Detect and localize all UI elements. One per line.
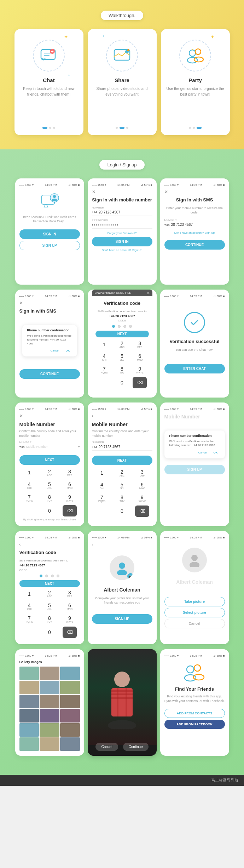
profile-signup-button[interactable]: SIGN UP bbox=[92, 614, 152, 624]
mob2-key-4[interactable]: 4GHI bbox=[95, 480, 109, 491]
camera-continue-btn[interactable]: Continue bbox=[123, 743, 149, 751]
forgot-password-link[interactable]: Forgot your Password? bbox=[92, 232, 152, 235]
next-button-row[interactable]: NEXT bbox=[95, 331, 149, 337]
mob2-key-3[interactable]: 3DEF bbox=[135, 467, 149, 479]
mob1-key-del[interactable]: ⌫ bbox=[63, 505, 77, 516]
mob2-key-8[interactable]: 8TUV bbox=[115, 493, 129, 504]
gallery-cell-5[interactable] bbox=[40, 681, 59, 694]
v2-key-del[interactable]: ⌫ bbox=[63, 627, 77, 638]
close-button-7[interactable]: ‹ bbox=[92, 542, 152, 547]
mob2-key-6[interactable]: 6MNO bbox=[135, 480, 149, 491]
mob2-key-9[interactable]: 9WXYZ bbox=[135, 493, 149, 504]
verif2-next-row[interactable]: NEXT bbox=[19, 580, 80, 587]
enter-chat-button[interactable]: ENTER CHAT bbox=[164, 364, 225, 373]
gallery-cell-16[interactable] bbox=[19, 737, 39, 751]
gallery-cell-11[interactable] bbox=[40, 709, 59, 723]
gallery-cell-6[interactable] bbox=[60, 681, 80, 694]
close-button-1[interactable]: ✕ bbox=[92, 189, 152, 194]
v2-key-5[interactable]: 5JKL bbox=[42, 601, 57, 612]
camera-cancel-btn[interactable]: Cancel bbox=[95, 743, 118, 751]
gallery-cell-17[interactable] bbox=[40, 737, 59, 751]
mob2-number-row[interactable]: +44 20 7123 4567 bbox=[92, 445, 152, 451]
password-input-row[interactable]: •••••••••••••• bbox=[92, 223, 152, 229]
mob2-key-2[interactable]: 2ABC bbox=[115, 467, 129, 479]
gallery-cell-4[interactable] bbox=[19, 681, 39, 694]
v2-key-3[interactable]: 3DEF bbox=[63, 588, 77, 600]
continue-button-2[interactable]: CONTINUE bbox=[19, 369, 80, 379]
close-button-2[interactable]: ✕ bbox=[164, 189, 225, 194]
mob1-next-button[interactable]: NEXT bbox=[19, 455, 80, 465]
ok-confirm-btn[interactable]: OK bbox=[64, 348, 72, 353]
key-0[interactable]: 0 bbox=[115, 377, 129, 388]
key-delete[interactable]: ⌫ bbox=[133, 377, 147, 388]
gallery-cell-3[interactable] bbox=[60, 667, 80, 680]
signin-button[interactable]: SIGN IN bbox=[19, 229, 80, 239]
mob1-key-9[interactable]: 9WXYZ bbox=[63, 492, 77, 504]
mob2-key-5[interactable]: 5JKL bbox=[115, 480, 129, 491]
v2-key-7[interactable]: 7PQRS bbox=[22, 614, 36, 625]
signup-link[interactable]: Don't have an account? Sign Up bbox=[92, 249, 152, 252]
gallery-cell-10[interactable] bbox=[19, 709, 39, 723]
v2-key-9[interactable]: 9WXYZ bbox=[63, 614, 77, 625]
continue-button-1[interactable]: CONTINUE bbox=[164, 240, 225, 250]
signup-button[interactable]: SIGN UP bbox=[19, 241, 80, 250]
gallery-cell-14[interactable] bbox=[40, 723, 59, 737]
cancel-confirm-btn[interactable]: Cancel bbox=[48, 348, 62, 353]
key-2[interactable]: 2ABC bbox=[115, 339, 129, 350]
mob1-key-7[interactable]: 7PQRS bbox=[22, 492, 36, 504]
gallery-cell-8[interactable] bbox=[40, 695, 59, 708]
v2-key-0[interactable]: 0 bbox=[42, 627, 57, 638]
key-8[interactable]: 8TUV bbox=[115, 364, 129, 376]
key-3[interactable]: 3DEF bbox=[133, 339, 147, 350]
v2-key-2[interactable]: 2ABC bbox=[42, 588, 57, 600]
close-button-4[interactable]: ✕ bbox=[19, 413, 80, 418]
gallery-cell-15[interactable] bbox=[60, 723, 80, 737]
mob1-key-1[interactable]: 1 bbox=[22, 467, 36, 478]
gallery-cell-2[interactable] bbox=[40, 667, 59, 680]
add-contacts-button[interactable]: ADD FROM CONTACTS bbox=[164, 709, 225, 718]
close-button-5[interactable]: ‹ bbox=[92, 413, 152, 418]
key-5[interactable]: 5JKL bbox=[115, 352, 129, 363]
gallery-cell-1[interactable] bbox=[19, 667, 39, 680]
close-button-3[interactable]: ✕ bbox=[19, 301, 80, 305]
key-6[interactable]: 6MNO bbox=[133, 352, 147, 363]
key-7[interactable]: 7PQRS bbox=[97, 364, 111, 376]
mob2-key-7[interactable]: 7PQRS bbox=[95, 493, 109, 504]
mob1-key-5[interactable]: 5JKL bbox=[42, 480, 57, 491]
mob1-number-row[interactable]: +44 Mobile Number ▾ bbox=[19, 445, 80, 450]
add-facebook-button[interactable]: ADD FROM FACEBOOK bbox=[164, 720, 225, 729]
take-picture-button[interactable]: Take picture bbox=[164, 597, 225, 606]
signin-mobile-button[interactable]: SIGN IN bbox=[92, 237, 152, 246]
mob2-key-0[interactable]: 0 bbox=[115, 506, 129, 517]
v2-key-1[interactable]: 1 bbox=[22, 588, 36, 600]
mob2-key-del[interactable]: ⌫ bbox=[135, 506, 149, 517]
mob2-next-button[interactable]: NEXT bbox=[92, 456, 152, 465]
v2-key-4[interactable]: 4GHI bbox=[22, 601, 36, 612]
number-input-row[interactable]: +44 20 7123 4567 bbox=[92, 210, 152, 216]
mob-cancel-btn[interactable]: Cancel bbox=[196, 450, 209, 455]
camera-badge[interactable]: 📷 bbox=[127, 573, 134, 579]
key-1[interactable]: 1 bbox=[97, 339, 111, 350]
v2-key-8[interactable]: 8TUV bbox=[42, 614, 57, 625]
gallery-cell-18[interactable] bbox=[60, 737, 80, 751]
mob1-key-6[interactable]: 6MNO bbox=[63, 480, 77, 491]
v2-key-6[interactable]: 6MNO bbox=[63, 601, 77, 612]
cancel-picture-button[interactable]: Cancel bbox=[164, 619, 225, 628]
gallery-cell-13[interactable] bbox=[19, 723, 39, 737]
mob2-key-1[interactable]: 1 bbox=[95, 467, 109, 479]
mob-ok-btn[interactable]: OK bbox=[211, 450, 220, 455]
select-picture-button[interactable]: Select picture bbox=[164, 608, 225, 617]
gallery-cell-9[interactable] bbox=[60, 695, 80, 708]
close-button-6[interactable]: ‹ bbox=[19, 542, 80, 547]
key-4[interactable]: 4GHI bbox=[97, 352, 111, 363]
gallery-cell-7[interactable] bbox=[19, 695, 39, 708]
sms-number-row[interactable]: +44 20 7123 4567 bbox=[164, 223, 225, 228]
mob1-key-3[interactable]: 3DEF bbox=[63, 467, 77, 478]
gallery-cell-12[interactable] bbox=[60, 709, 80, 723]
key-9[interactable]: 9WXYZ bbox=[133, 364, 147, 376]
mob-signup-button[interactable]: SIGN UP bbox=[164, 465, 225, 474]
mob1-key-8[interactable]: 8TUV bbox=[42, 492, 57, 504]
sms-signup-note[interactable]: Don't have an account? Sign Up bbox=[164, 231, 225, 234]
mob1-key-4[interactable]: 4GHI bbox=[22, 480, 36, 491]
mob1-key-0[interactable]: 0 bbox=[42, 505, 57, 516]
